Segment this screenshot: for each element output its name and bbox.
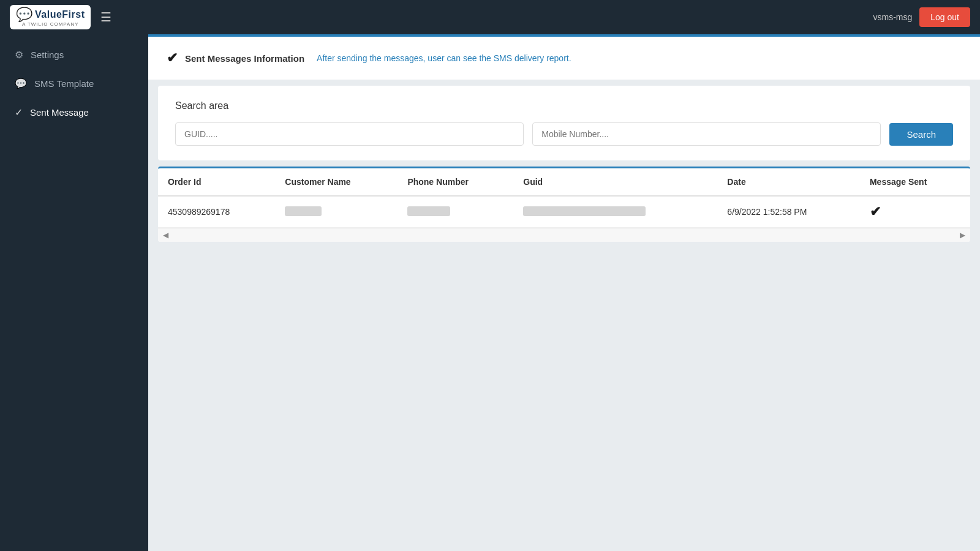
col-phone-number: Phone Number (398, 168, 513, 196)
mobile-number-input[interactable] (532, 122, 881, 146)
logo: 💬 ValueFirst A TWILIO COMPANY (10, 5, 91, 30)
cell-phone-number (398, 196, 513, 228)
logout-button[interactable]: Log out (919, 7, 970, 27)
table-header-row: Order Id Customer Name Phone Number Guid… (158, 168, 970, 196)
search-button[interactable]: Search (889, 123, 953, 146)
topnav: 💬 ValueFirst A TWILIO COMPANY ☰ vsms-msg… (0, 0, 980, 34)
table-row: 4530989269178 6/9/2022 1:52:58 PM (158, 196, 970, 228)
topnav-left: 💬 ValueFirst A TWILIO COMPANY ☰ (10, 5, 111, 30)
cell-customer-name (275, 196, 398, 228)
username-label: vsms-msg (873, 12, 913, 22)
main-layout: ⚙ Settings 💬 SMS Template ✓ Sent Message… (0, 34, 980, 551)
sidebar-item-settings[interactable]: ⚙ Settings (0, 40, 148, 69)
sidebar: ⚙ Settings 💬 SMS Template ✓ Sent Message (0, 34, 148, 551)
col-message-sent: Message Sent (860, 168, 970, 196)
hamburger-icon[interactable]: ☰ (100, 10, 111, 24)
sent-message-icon: ✓ (15, 107, 23, 118)
results-table: Order Id Customer Name Phone Number Guid… (158, 168, 970, 228)
info-title: Sent Messages Information (185, 53, 304, 64)
table-wrapper: Order Id Customer Name Phone Number Guid… (158, 168, 970, 228)
table-scroll-bar: ◀ ▶ (158, 228, 970, 242)
logo-sub: A TWILIO COMPANY (22, 22, 79, 28)
cell-order-id: 4530989269178 (158, 196, 275, 228)
col-customer-name: Customer Name (275, 168, 398, 196)
message-sent-checkmark: ✔ (870, 204, 881, 219)
search-panel: Search area Search (158, 86, 970, 160)
cell-guid (513, 196, 717, 228)
main-content: ✔ Sent Messages Information After sendin… (148, 34, 980, 551)
sms-template-icon: 💬 (15, 78, 27, 89)
info-checkmark-icon: ✔ (167, 50, 178, 66)
customer-name-redacted (285, 206, 322, 216)
info-banner: ✔ Sent Messages Information After sendin… (148, 34, 980, 80)
sidebar-item-sent-message-label: Sent Message (30, 107, 89, 118)
topnav-right: vsms-msg Log out (873, 7, 971, 27)
col-order-id: Order Id (158, 168, 275, 196)
cell-message-sent: ✔ (860, 196, 970, 228)
col-date: Date (717, 168, 860, 196)
scroll-right-icon[interactable]: ▶ (960, 231, 965, 239)
scroll-left-icon[interactable]: ◀ (163, 231, 168, 239)
search-row: Search (175, 122, 953, 146)
guid-input[interactable] (175, 122, 524, 146)
sidebar-item-sent-message[interactable]: ✓ Sent Message (0, 98, 148, 127)
sidebar-item-sms-template-label: SMS Template (34, 78, 94, 89)
settings-icon: ⚙ (15, 49, 23, 61)
guid-redacted (523, 206, 646, 216)
cell-date: 6/9/2022 1:52:58 PM (717, 196, 860, 228)
sidebar-item-settings-label: Settings (31, 50, 64, 60)
search-area-title: Search area (175, 100, 953, 111)
logo-icon: 💬 (16, 7, 32, 22)
logo-text: ValueFirst (35, 9, 85, 20)
sidebar-item-sms-template[interactable]: 💬 SMS Template (0, 69, 148, 98)
info-description: After sending the messages, user can see… (317, 53, 571, 63)
table-panel: Order Id Customer Name Phone Number Guid… (158, 167, 970, 242)
col-guid: Guid (513, 168, 717, 196)
phone-number-redacted (407, 206, 450, 216)
